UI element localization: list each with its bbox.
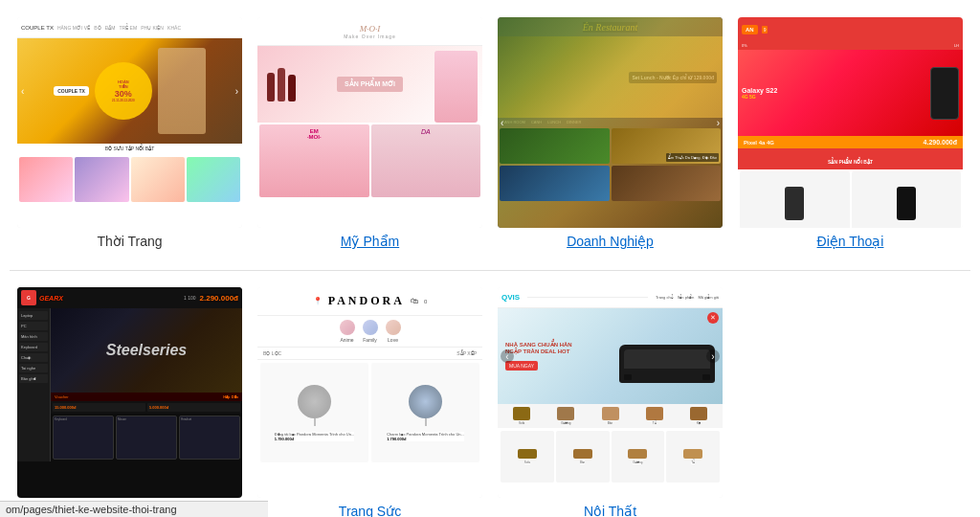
gaming-p1-value: 15.000.000đ — [55, 405, 144, 410]
gaming-sidebar: Laptop PC Màn hình Keyboard Chuột Tai ng… — [17, 308, 51, 461]
pandora-prod-2-price: 1.790.000đ — [387, 437, 464, 441]
phone-hero-left: Galaxy S22 4G 5G — [742, 87, 930, 100]
gaming-cart-count: 1 100 — [184, 295, 196, 301]
phone-price-label: Pixel 4a 4G — [744, 140, 774, 146]
moi-logo-block: M·O·I Make Over Image — [344, 24, 396, 39]
nt-nav-home[interactable]: Trang chủ — [656, 295, 674, 300]
restaurant-next-arrow[interactable]: › — [717, 118, 720, 128]
bottle-3 — [288, 75, 296, 101]
bottle-1 — [267, 73, 275, 101]
gaming-cat-2[interactable]: PC — [19, 322, 48, 330]
phone-hero: Galaxy S22 4G 5G — [738, 50, 963, 136]
noithat-prod-2-img — [573, 449, 592, 459]
rest-cell-2[interactable]: Ẩm Thực Da Dạng, Độc Đáo — [612, 128, 722, 164]
gaming-prod-1-label: Keyboard — [54, 416, 113, 422]
gaming-products-row: Keyboard Mouse Headset — [51, 414, 242, 461]
card-noi-that: QVIS Trang chủ Sản phẩm Mã giảm giá NHÀ … — [490, 280, 730, 517]
link-dien-thoai[interactable]: Điện Thoại — [817, 234, 884, 249]
rest-cell-2-label: Ẩm Thực Da Dạng, Độc Đáo — [666, 153, 719, 162]
pandora-prod-1-price: 1.790.000đ — [275, 437, 354, 441]
pandora-prod-2[interactable]: Charm bạc Pandora Momenta Trình cho Un..… — [371, 363, 479, 462]
thoitrang-thumb-1[interactable] — [19, 157, 73, 202]
thoitrang-nav: COUPLE TX HÀNG MỚI VỀ BỘ ĐẦM TRẺ EM PHỤ … — [17, 17, 242, 38]
gaming-prod-3[interactable]: Headset — [179, 416, 240, 460]
card-image-trang-suc[interactable]: 📍 PANDORA 🛍 0 Anime Family — [257, 287, 482, 498]
pandora-cat-love[interactable]: Love — [386, 320, 401, 343]
pandora-categories: Anime Family Love — [257, 316, 482, 348]
nt-cat-4[interactable]: Tủ — [634, 407, 676, 425]
gaming-banner: Steelseries — [51, 308, 242, 393]
noithat-prod-4[interactable]: Tủ — [666, 431, 720, 483]
gaming-cat-5[interactable]: Chuột — [19, 353, 48, 362]
nt-cat-1[interactable]: Sofa — [501, 407, 543, 425]
card-image-doanh-nghiep[interactable]: Én Restaurant Set Lunch - Nước Ép chỉ từ… — [498, 17, 723, 228]
card-trang-suc: 📍 PANDORA 🛍 0 Anime Family — [250, 280, 490, 517]
mypham-prod-2[interactable]: DA — [371, 124, 481, 197]
pandora-prod-2-info: Charm bạc Pandora Momenta Trình cho Un..… — [387, 430, 464, 441]
phone-icon-2 — [897, 187, 916, 220]
gaming-cat-6[interactable]: Tai nghe — [19, 364, 48, 372]
nt-cat-3[interactable]: Bàn — [589, 407, 631, 425]
link-doanh-nghiep[interactable]: Doanh Nghiệp — [567, 234, 654, 249]
link-noi-that[interactable]: Nội Thất — [584, 504, 636, 517]
noithat-next-arrow[interactable]: › — [706, 349, 720, 363]
phone-model-spec: 4G 5G — [742, 94, 930, 100]
gaming-cat-4[interactable]: Keyboard — [19, 343, 48, 351]
noithat-prod-3[interactable]: Giường — [612, 431, 665, 483]
rest-cell-4[interactable] — [612, 166, 722, 201]
nt-cat-2[interactable]: Giường — [545, 407, 587, 425]
card-image-dien-thoai[interactable]: AN 9 0% LH Galaxy S22 4G 5G — [738, 17, 963, 228]
pandora-cat-family[interactable]: Family — [363, 320, 378, 343]
card-image-my-pham[interactable]: M·O·I Make Over Image SẢN PHẨM MỚI — [257, 17, 482, 228]
gaming-cat-3[interactable]: Màn hình — [19, 332, 48, 341]
thoitrang-thumb-3[interactable] — [131, 157, 185, 202]
link-trang-suc[interactable]: Trang Sức — [339, 504, 401, 517]
nt-nav-products[interactable]: Sản phẩm — [678, 295, 695, 300]
noithat-prod-1[interactable]: Sofa — [501, 431, 554, 483]
gaming-cat-7[interactable]: Bàn ghế — [19, 374, 48, 383]
gaming-cat-1[interactable]: Laptop — [19, 311, 48, 320]
gaming-prod-1[interactable]: Keyboard — [53, 416, 114, 460]
noithat-prod-2[interactable]: Bàn — [556, 431, 610, 483]
thoitrang-thumb-2[interactable] — [75, 157, 128, 202]
noithat-categories: Sofa Giường Bàn Tủ — [498, 404, 723, 428]
pandora-logo: PANDORA — [328, 294, 405, 308]
noithat-close-button[interactable]: ✕ — [707, 312, 719, 324]
pandora-cat-anime[interactable]: Anime — [340, 320, 355, 343]
rest-cell-3[interactable] — [500, 166, 610, 201]
pandora-prod-1[interactable]: Đồng tài bạc Pandora Momenta Trình cho U… — [260, 363, 368, 462]
pandora-cat-love-label: Love — [388, 337, 398, 343]
pandora-header: 📍 PANDORA 🛍 0 — [257, 287, 482, 316]
card-image-dien-may[interactable]: G GEARX 1 100 2.290.000đ Laptop PC Màn h… — [17, 287, 242, 498]
rest-cell-1[interactable] — [500, 128, 610, 164]
pandora-sort-label[interactable]: SẮP XẾP — [457, 350, 477, 356]
pandora-cat-love-icon — [386, 320, 401, 335]
phone-prod-1[interactable] — [740, 171, 850, 228]
restaurant-prev-arrow[interactable]: ‹ — [501, 118, 503, 128]
card-image-thoi-trang[interactable]: COUPLE TX HÀNG MỚI VỀ BỘ ĐẦM TRẺ EM PHỤ … — [17, 17, 242, 228]
link-my-pham[interactable]: Mỹ Phẩm — [341, 234, 399, 249]
mypham-prod-1[interactable]: EM·MOI· — [259, 124, 369, 197]
nt-cat-label-3: Bàn — [608, 421, 612, 425]
thoitrang-thumb-4[interactable] — [187, 157, 240, 202]
card-image-noi-that[interactable]: QVIS Trang chủ Sản phẩm Mã giảm giá NHÀ … — [498, 287, 723, 498]
gaming-main-price: 2.290.000đ — [200, 294, 238, 303]
phone-prod-2[interactable] — [852, 171, 962, 228]
pandora-filter-label[interactable]: BỌ LỌC — [263, 350, 281, 356]
status-bar: om/pages/thiet-ke-website-thoi-trang — [0, 501, 268, 517]
thoitrang-prev-arrow[interactable]: ‹ — [21, 86, 24, 97]
noithat-sofa-leg1 — [624, 374, 632, 380]
nt-cat-icon-1 — [513, 407, 530, 420]
gaming-logo-icon: G — [21, 290, 36, 305]
nt-cat-label-4: Tủ — [653, 421, 657, 425]
gaming-prod-2[interactable]: Mouse — [116, 416, 177, 460]
noithat-cta-button[interactable]: MUA NGAY — [505, 361, 538, 371]
nt-nav-more[interactable]: Mã giảm giá — [698, 295, 719, 300]
nt-cat-5[interactable]: Kệ — [678, 407, 720, 425]
phone-badge: 9 — [762, 27, 768, 33]
gaming-body: Laptop PC Màn hình Keyboard Chuột Tai ng… — [17, 308, 242, 461]
thoitrang-next-arrow[interactable]: › — [235, 86, 238, 97]
noithat-sofa-back — [624, 349, 710, 369]
noithat-prev-arrow[interactable]: ‹ — [501, 349, 514, 363]
thoitrang-logo: COUPLE TX — [21, 25, 54, 31]
